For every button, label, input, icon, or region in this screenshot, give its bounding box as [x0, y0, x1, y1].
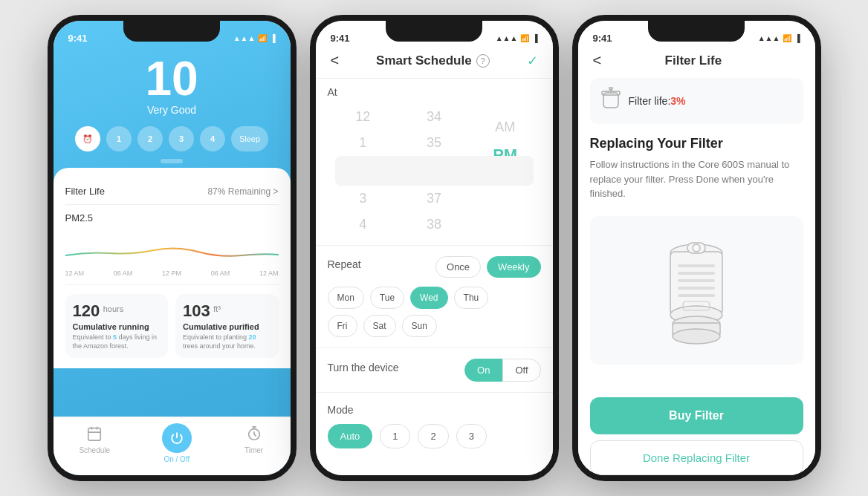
help-icon[interactable]: ?: [476, 54, 490, 68]
hour-column[interactable]: 12 1 2 3 4: [328, 104, 399, 238]
aqi-section: 10 Very Good: [54, 49, 291, 116]
mode-tab-sleep[interactable]: Sleep: [231, 126, 268, 151]
nav-onoff-label: On / Off: [163, 455, 190, 463]
repeat-section: Repeat Once Weekly Mon Tue Wed Thu Fri S…: [316, 246, 553, 348]
min-38: 38: [398, 212, 470, 238]
mode-tab-3[interactable]: 3: [169, 126, 194, 151]
battery-icon-2: ▐: [532, 34, 537, 42]
replacing-title: Replacing Your Filter: [590, 136, 803, 151]
filter-image-container: [590, 216, 803, 365]
pm25-label: PM2.5: [65, 212, 279, 223]
time-label-3: 12 PM: [162, 270, 181, 277]
filter-title: Filter Life: [601, 53, 785, 68]
phone-3-filter-life: 9:41 ▲▲▲ 📶 ▐ < Filter Life: [572, 15, 821, 481]
filter-life-text: Filter life:3%: [629, 95, 686, 107]
signal-icon-3: ▲▲▲: [758, 34, 780, 42]
mode-tab-2[interactable]: 2: [137, 126, 163, 151]
day-tue[interactable]: Tue: [370, 287, 404, 309]
back-button-3[interactable]: <: [593, 52, 602, 69]
mode-3[interactable]: 3: [456, 424, 487, 448]
ampm-column[interactable]: AM PM: [470, 104, 541, 238]
weekly-button[interactable]: Weekly: [487, 256, 540, 278]
schedule-icon: [84, 423, 105, 444]
min-37: 37: [398, 186, 470, 212]
stat-number-purified: 103 ft³: [183, 301, 271, 321]
aqi-label: Very Good: [54, 104, 291, 116]
once-button[interactable]: Once: [435, 256, 481, 278]
min-34: 34: [398, 104, 470, 130]
signal-icon: ▲▲▲: [233, 34, 256, 42]
repeat-buttons: Once Weekly: [435, 256, 540, 278]
mode-2[interactable]: 2: [418, 424, 448, 448]
mode-auto[interactable]: Auto: [328, 424, 373, 448]
mode-buttons: Auto 1 2 3: [328, 424, 541, 448]
replacing-section: Replacing Your Filter Follow instruction…: [578, 124, 815, 209]
time-label-4: 06 AM: [211, 270, 230, 277]
svg-rect-14: [678, 264, 715, 267]
status-icons-3: ▲▲▲ 📶 ▐: [758, 34, 800, 42]
svg-rect-15: [678, 272, 715, 275]
nav-timer[interactable]: Timer: [244, 423, 265, 463]
status-time-3: 9:41: [593, 33, 612, 44]
hour-12: 12: [328, 104, 399, 130]
svg-rect-17: [678, 287, 715, 290]
ampm-empty-1: [470, 104, 541, 114]
minute-column[interactable]: 34 35 36 37 38: [398, 104, 470, 238]
buy-filter-button[interactable]: Buy Filter: [590, 397, 803, 434]
svg-rect-16: [678, 279, 715, 282]
check-button[interactable]: ✓: [527, 53, 538, 69]
device-on-button[interactable]: On: [464, 359, 502, 382]
mode-label: Mode: [328, 404, 354, 416]
schedule-title: Smart Schedule: [376, 53, 472, 68]
day-fri[interactable]: Fri: [328, 315, 357, 337]
time-label-2: 06 AM: [114, 270, 133, 277]
stat-desc-purified: Equivalent to planting 20 trees around y…: [183, 333, 271, 350]
filter-life-row[interactable]: Filter Life 87% Remaining >: [65, 178, 279, 205]
svg-point-22: [673, 329, 720, 344]
nav-schedule[interactable]: Schedule: [79, 423, 110, 463]
wifi-icon-3: 📶: [783, 34, 791, 42]
days-row-1: Mon Tue Wed Thu: [328, 287, 541, 309]
ampm-am: AM: [470, 114, 541, 140]
day-sat[interactable]: Sat: [363, 315, 396, 337]
battery-icon-3: ▐: [794, 34, 800, 42]
timer-icon: [244, 423, 265, 444]
back-button-2[interactable]: <: [331, 52, 340, 69]
schedule-header: < Smart Schedule ? ✓: [316, 49, 553, 79]
mode-tab-4[interactable]: 4: [200, 126, 225, 151]
mode-tab-alarm[interactable]: ⏰: [75, 126, 100, 151]
pm25-section: PM2.5: [65, 205, 279, 285]
replacing-desc: Follow instructions in the Core 600S man…: [590, 157, 803, 201]
time-picker[interactable]: 12 1 2 3 4 34 35 36 37 38: [328, 104, 541, 238]
ampm-empty-3: [470, 180, 541, 191]
at-label: At: [328, 86, 541, 98]
hour-1: 1: [328, 130, 399, 156]
day-mon[interactable]: Mon: [328, 287, 364, 309]
done-replacing-button[interactable]: Done Replacing Filter: [590, 440, 803, 475]
day-thu[interactable]: Thu: [454, 287, 489, 309]
status-time-1: 9:41: [68, 33, 88, 44]
svg-point-13: [693, 244, 700, 252]
hour-3: 3: [328, 186, 399, 212]
hour-2-selected: 2: [328, 156, 399, 186]
stat-number-running: 120 hours: [73, 301, 161, 321]
mode-1[interactable]: 1: [380, 424, 410, 448]
nav-onoff[interactable]: On / Off: [162, 423, 192, 463]
day-sun[interactable]: Sun: [402, 315, 437, 337]
phone-notch: [123, 21, 220, 42]
stats-row: 120 hours Cumulative running Equivalent …: [65, 294, 279, 358]
time-section: At 12 1 2 3 4 34 35 36 37 3: [316, 79, 553, 246]
battery-icon: ▐: [270, 34, 275, 42]
stat-card-purified: 103 ft³ Cumulative purified Equivalent t…: [175, 294, 279, 358]
device-section: Turn the device On Off: [316, 348, 553, 393]
min-36-selected: 36: [398, 156, 470, 186]
filter-header: < Filter Life: [578, 49, 815, 78]
device-off-button[interactable]: Off: [502, 359, 540, 382]
pm25-times: 12 AM 06 AM 12 PM 06 AM 12 AM: [65, 270, 279, 277]
aqi-number: 10: [54, 55, 291, 102]
mode-tab-1[interactable]: 1: [106, 126, 132, 151]
day-wed[interactable]: Wed: [410, 287, 447, 309]
time-label-5: 12 AM: [259, 270, 279, 277]
device-toggle-group: On Off: [464, 359, 540, 382]
mode-section: Mode Auto 1 2 3: [316, 393, 553, 459]
